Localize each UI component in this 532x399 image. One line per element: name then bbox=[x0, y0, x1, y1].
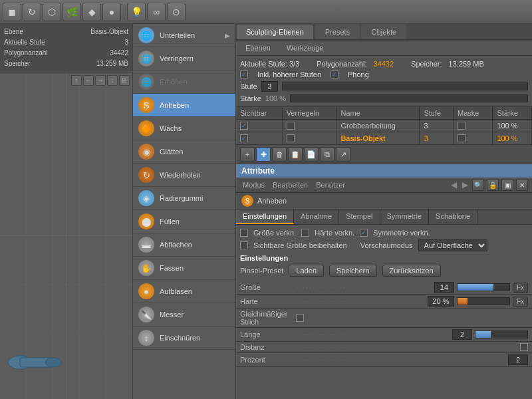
maske-checkbox-2[interactable] bbox=[458, 134, 466, 142]
settings-body: Größe verkn. Härte verkn. Symmetrie verk… bbox=[236, 225, 532, 281]
settings-tab-abnahme[interactable]: Abnahme bbox=[294, 209, 339, 224]
tab-sculpting-ebenen[interactable]: Sculpting-Ebenen bbox=[236, 24, 314, 39]
icon-delete[interactable]: 🗑 bbox=[272, 147, 287, 162]
icon-add[interactable]: + bbox=[240, 147, 255, 162]
modus-lock[interactable]: 🔒 bbox=[487, 179, 499, 191]
groesse-vern-checkbox[interactable] bbox=[240, 229, 248, 237]
modus-close[interactable]: ✕ bbox=[516, 179, 528, 191]
aufblasen-label: Aufblasen bbox=[160, 287, 192, 295]
tool-hex[interactable]: ⬡ bbox=[43, 3, 61, 21]
sichtbar-checkbox-2[interactable] bbox=[240, 134, 248, 142]
tool-diamond[interactable]: ◆ bbox=[82, 3, 101, 21]
inkl-checkbox[interactable] bbox=[240, 70, 248, 78]
sichtbar-groesse-checkbox[interactable] bbox=[240, 241, 248, 249]
menu-item-erhoehen[interactable]: 🌐 Erhöhen bbox=[133, 70, 235, 94]
menu-item-radiergummi[interactable]: ◈ Radiergummi bbox=[133, 187, 235, 210]
stufe-slider[interactable] bbox=[282, 82, 528, 90]
modus-arrow-left[interactable]: ◀ bbox=[450, 180, 458, 190]
verriegeln-checkbox-1[interactable] bbox=[287, 122, 295, 130]
viewport-nav-expand[interactable]: ⊞ bbox=[119, 75, 130, 86]
modus-box[interactable]: ▣ bbox=[501, 179, 513, 191]
icon-edit[interactable]: ✚ bbox=[256, 147, 271, 162]
tool-circle[interactable]: ● bbox=[102, 3, 121, 21]
icon-copy[interactable]: 📋 bbox=[288, 147, 303, 162]
icon-export[interactable]: ↗ bbox=[336, 147, 350, 162]
menu-item-einschnueren[interactable]: ↕ Einschnüren bbox=[133, 327, 235, 350]
tool-bulb[interactable]: ⊙ bbox=[167, 3, 186, 21]
icon-merge[interactable]: ⧉ bbox=[320, 147, 334, 162]
settings-tab-einstellungen[interactable]: Einstellungen bbox=[236, 209, 294, 224]
gleichmaessig-checkbox[interactable] bbox=[296, 314, 304, 322]
tool-rotate[interactable]: ↻ bbox=[23, 3, 41, 21]
haerte-vern-checkbox[interactable] bbox=[301, 229, 309, 237]
brush-icon: S bbox=[241, 195, 253, 207]
settings-tab-stempel[interactable]: Stempel bbox=[339, 209, 380, 224]
viewport-nav-up[interactable]: ↑ bbox=[71, 75, 82, 86]
menu-item-fassen[interactable]: ✋ Fassen bbox=[133, 257, 235, 280]
menu-item-wachs[interactable]: 🔶 Wachs bbox=[133, 117, 235, 140]
col-name: Name bbox=[336, 107, 420, 120]
settings-row-checkboxes: Größe verkn. Härte verkn. Symmetrie verk… bbox=[240, 227, 528, 238]
phong-checkbox[interactable] bbox=[331, 70, 338, 78]
viewport-nav-left[interactable]: ← bbox=[83, 75, 94, 86]
zurueck-button[interactable]: Zurücksetzen bbox=[382, 265, 441, 277]
modus-link[interactable]: Modus bbox=[240, 181, 267, 189]
maske-checkbox-1[interactable] bbox=[458, 122, 466, 130]
verriegeln-checkbox-2[interactable] bbox=[287, 134, 295, 142]
pinsel-label: Pinsel-Preset bbox=[240, 267, 283, 275]
vorschau-dropdown[interactable]: Auf Oberfläche bbox=[418, 239, 487, 251]
sub-tab-werkzeuge[interactable]: Werkzeuge bbox=[281, 43, 329, 53]
menu-item-anheben[interactable]: S Anheben bbox=[133, 94, 235, 117]
tab-presets[interactable]: Presets bbox=[315, 24, 360, 39]
menu-item-abflachen[interactable]: ▬ Abflachen bbox=[133, 233, 235, 257]
settings-tab-symmetrie[interactable]: Symmetrie bbox=[380, 209, 430, 224]
tab-objekte[interactable]: Objekte bbox=[361, 24, 406, 39]
cell-stufe-1: 3 bbox=[420, 120, 454, 132]
menu-item-messer[interactable]: 🔪 Messer bbox=[133, 303, 235, 327]
haerte-slider[interactable] bbox=[457, 297, 510, 305]
laenge-slider[interactable] bbox=[475, 331, 528, 338]
menu-item-fuellen[interactable]: ⬤ Füllen bbox=[133, 210, 235, 233]
tool-infinite[interactable]: ∞ bbox=[147, 3, 166, 21]
tool-leaf[interactable]: 🌿 bbox=[63, 3, 81, 21]
modus-arrow-right[interactable]: ▶ bbox=[461, 180, 469, 190]
icon-paste[interactable]: 📄 bbox=[304, 147, 319, 162]
menu-item-unterteilen[interactable]: 🌐 Unterteilen ▶ bbox=[133, 24, 235, 47]
sub-tab-ebenen[interactable]: Ebenen bbox=[240, 43, 276, 53]
speichern-button[interactable]: Speichern bbox=[329, 265, 377, 277]
menu-item-verringern[interactable]: 🌐 Verringern bbox=[133, 47, 235, 70]
menu-item-wiederholen[interactable]: ↻ Wiederholen bbox=[133, 164, 235, 187]
haerte-fx[interactable]: Fx bbox=[513, 297, 528, 307]
settings-tab-schablone[interactable]: Schablone bbox=[429, 209, 477, 224]
distanz-checkbox[interactable] bbox=[520, 343, 528, 351]
sichtbar-checkbox-1[interactable] bbox=[240, 122, 248, 130]
symmetrie-vern-checkbox[interactable] bbox=[360, 229, 368, 237]
viewport-nav-down[interactable]: ↓ bbox=[107, 75, 118, 86]
attribute-label: Attribute bbox=[241, 166, 275, 176]
table-row[interactable]: Grobbearbeitung 3 100 % bbox=[236, 120, 532, 132]
stufe-input[interactable] bbox=[261, 81, 278, 92]
groesse-slider[interactable] bbox=[457, 283, 510, 291]
bearbeiten-link[interactable]: Bearbeiten bbox=[270, 181, 311, 189]
viewport-nav-right[interactable]: → bbox=[95, 75, 106, 86]
laenge-input[interactable] bbox=[452, 329, 472, 340]
cell-maske-1 bbox=[454, 120, 493, 132]
groesse-input[interactable] bbox=[434, 282, 454, 293]
menu-item-glaetten[interactable]: ◉ Glätten bbox=[133, 140, 235, 164]
laden-button[interactable]: Laden bbox=[289, 265, 324, 277]
table-row[interactable]: Basis-Objekt 3 100 % bbox=[236, 132, 532, 145]
haerte-input[interactable] bbox=[428, 296, 454, 307]
groesse-fx[interactable]: Fx bbox=[513, 283, 528, 293]
menu-item-aufblasen[interactable]: ● Aufblasen bbox=[133, 280, 235, 303]
staerke-value: 100 % bbox=[265, 94, 286, 102]
fassen-label: Fassen bbox=[160, 264, 184, 272]
modus-search[interactable]: 🔍 bbox=[472, 179, 484, 191]
tool-light[interactable]: 💡 bbox=[127, 3, 146, 21]
viewport-nav: ↑ ← → ↓ ⊞ bbox=[71, 75, 130, 86]
erhoehen-label: Erhöhen bbox=[160, 78, 188, 86]
prozent-input[interactable] bbox=[508, 354, 528, 365]
benutzer-link[interactable]: Benutzer bbox=[313, 181, 348, 189]
staerke-slider[interactable] bbox=[290, 94, 528, 102]
wiederholen-icon: ↻ bbox=[138, 167, 154, 183]
tool-box[interactable]: ◼ bbox=[3, 3, 21, 21]
